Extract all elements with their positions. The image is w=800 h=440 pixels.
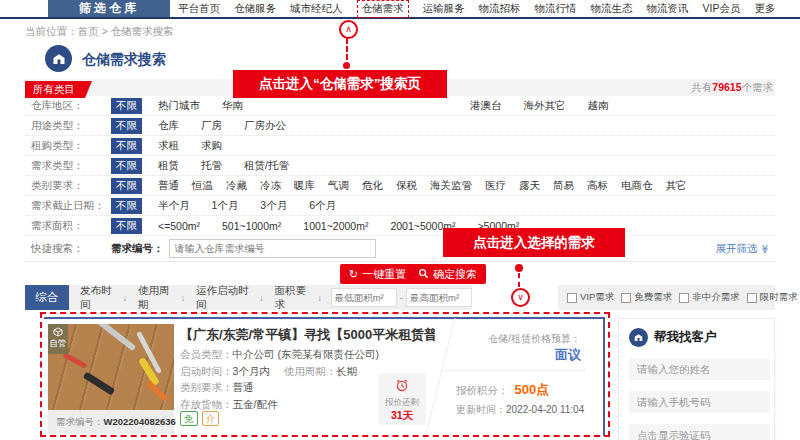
- nav-item[interactable]: 物流生态: [591, 2, 633, 16]
- sort-tab-label: 综合: [35, 290, 58, 305]
- filter-option[interactable]: 恒温: [192, 179, 213, 193]
- filter-option[interactable]: 1个月: [212, 199, 239, 213]
- filter-option[interactable]: 3个月: [260, 199, 287, 213]
- filter-option[interactable]: 危化: [362, 179, 383, 193]
- filter-option-selected[interactable]: 不限: [111, 198, 142, 214]
- filter-option[interactable]: 医疗: [485, 179, 506, 193]
- filter-panel: 所有类目 共有79615个需求 仓库地区：不限热门城市华南港澳台海外其它越南用途…: [25, 79, 775, 262]
- filter-option[interactable]: 半个月: [158, 199, 190, 213]
- filter-option[interactable]: 露天: [519, 179, 540, 193]
- filter-option-selected[interactable]: 不限: [111, 118, 142, 134]
- quick-search-label: 快捷搜索：: [25, 242, 111, 256]
- annotation-dot: [343, 62, 350, 69]
- name-input[interactable]: [629, 358, 770, 380]
- area-range: -: [331, 288, 472, 307]
- checkbox-icon[interactable]: [679, 293, 689, 303]
- sort-tab[interactable]: 面积要求↓: [275, 284, 322, 312]
- expand-chevrons-icon: ≫: [759, 244, 769, 253]
- listing-highlight-border: [40, 312, 610, 437]
- filter-option[interactable]: 热门城市: [158, 99, 200, 113]
- min-area-input[interactable]: [331, 288, 397, 307]
- filter-option[interactable]: 冷藏: [226, 179, 247, 193]
- filter-option[interactable]: 保税: [396, 179, 417, 193]
- nav-item[interactable]: 物流资讯: [647, 2, 689, 16]
- annotation-top-label: 点击进入“仓储需求”搜索页: [233, 70, 447, 98]
- annotation-dot: [515, 264, 523, 272]
- checkbox-item[interactable]: 限时需求: [747, 291, 798, 304]
- filter-option[interactable]: 冷冻: [260, 179, 281, 193]
- sort-tab[interactable]: 运作启动时间↓: [196, 284, 264, 312]
- filter-option-selected[interactable]: 不限: [111, 138, 142, 154]
- nav-item[interactable]: 更多: [754, 2, 775, 16]
- filter-option[interactable]: 托管: [201, 159, 222, 173]
- nav-item[interactable]: 仓储需求: [357, 0, 409, 18]
- phone-input[interactable]: [629, 391, 770, 413]
- filter-row-label: 仓库地区：: [25, 99, 111, 113]
- nav-item[interactable]: 仓储服务: [234, 2, 276, 16]
- checkbox-icon[interactable]: [621, 293, 631, 303]
- nav-item[interactable]: 城市经纪人: [290, 2, 343, 16]
- filter-option[interactable]: <=500m²: [158, 220, 200, 232]
- filter-option-selected[interactable]: 不限: [111, 178, 142, 194]
- nav-item[interactable]: VIP会员: [703, 2, 741, 16]
- filter-option-selected[interactable]: 不限: [111, 218, 142, 234]
- filter-option[interactable]: 港澳台: [470, 99, 502, 113]
- sort-tab[interactable]: 综合: [25, 285, 69, 310]
- checkbox-icon[interactable]: [747, 293, 757, 303]
- filter-option[interactable]: 租赁/托管: [244, 159, 289, 173]
- filter-row-label: 用途类型：: [25, 119, 111, 133]
- filter-option[interactable]: 厂房办公: [244, 119, 286, 133]
- filter-option[interactable]: 高标: [587, 179, 608, 193]
- filter-option[interactable]: 华南: [222, 99, 243, 113]
- max-area-input[interactable]: [406, 288, 472, 307]
- filter-option[interactable]: 海外其它: [524, 99, 566, 113]
- sort-tab[interactable]: 发布时间↓: [80, 284, 127, 312]
- checkbox-item[interactable]: VIP需求: [567, 291, 614, 304]
- filter-option[interactable]: 电商仓: [621, 179, 653, 193]
- filter-option[interactable]: 气调: [328, 179, 349, 193]
- filter-option-selected[interactable]: 不限: [111, 158, 142, 174]
- filter-row: 租购类型：不限求租求购: [25, 136, 775, 156]
- filter-option[interactable]: 海关监管: [430, 179, 472, 193]
- filter-option[interactable]: 厂房: [201, 119, 222, 133]
- sort-tab-label: 面积要求: [275, 284, 316, 312]
- nav-item[interactable]: 物流招标: [479, 2, 521, 16]
- expand-filter-link[interactable]: 展开筛选≫: [716, 242, 775, 256]
- filter-option[interactable]: 1001~2000m²: [303, 220, 368, 232]
- search-button[interactable]: 确定搜索: [409, 264, 486, 284]
- nav-item[interactable]: 平台首页: [178, 2, 220, 16]
- filter-option[interactable]: 普通: [158, 179, 179, 193]
- demand-code-input[interactable]: [169, 239, 376, 258]
- sort-bar: 综合发布时间↓使用周期↓运作启动时间↓面积要求↓ -: [25, 285, 472, 310]
- filter-option[interactable]: 租赁: [158, 159, 179, 173]
- filter-option[interactable]: 其它: [666, 179, 687, 193]
- panel-inputs: 点击显示验证码: [619, 358, 774, 440]
- checkbox-label: VIP需求: [580, 291, 614, 304]
- filter-option-selected[interactable]: 不限: [111, 98, 142, 114]
- annotation-dashed-line: [346, 38, 348, 60]
- nav-item[interactable]: 运输服务: [423, 2, 465, 16]
- filter-option[interactable]: 简易: [553, 179, 574, 193]
- panel-header: 帮我找客户: [629, 328, 774, 347]
- checkbox-item[interactable]: 非中介需求: [679, 291, 740, 304]
- captcha-button[interactable]: 点击显示验证码: [629, 424, 770, 440]
- filter-option[interactable]: 6个月: [309, 199, 336, 213]
- total-prefix: 共有: [691, 81, 712, 93]
- filter-option[interactable]: 501~1000m²: [222, 220, 281, 232]
- filter-option[interactable]: 求购: [201, 139, 222, 153]
- filter-option[interactable]: 暖库: [294, 179, 315, 193]
- filter-row: 需求类型：不限租赁托管租赁/托管: [25, 156, 775, 176]
- checkbox-icon[interactable]: [567, 293, 577, 303]
- filter-option[interactable]: 仓库: [158, 119, 179, 133]
- top-nav-bar: 筛选仓库 平台首页仓储服务城市经纪人仓储需求运输服务物流招标物流行情物流生态物流…: [0, 0, 800, 19]
- nav-item[interactable]: 物流行情: [535, 2, 577, 16]
- filter-option[interactable]: 求租: [158, 139, 179, 153]
- filter-row-label: 类别要求：: [25, 179, 111, 193]
- sort-tab[interactable]: 使用周期↓: [138, 284, 185, 312]
- filter-warehouse-tab[interactable]: 筛选仓库: [48, 0, 170, 17]
- all-categories-tab[interactable]: 所有类目: [25, 81, 85, 98]
- reset-button[interactable]: ↻ 一键重置: [340, 264, 415, 284]
- filter-option[interactable]: 越南: [588, 99, 609, 113]
- checkbox-item[interactable]: 免费需求: [621, 291, 672, 304]
- filter-row-label: 租购类型：: [25, 139, 111, 153]
